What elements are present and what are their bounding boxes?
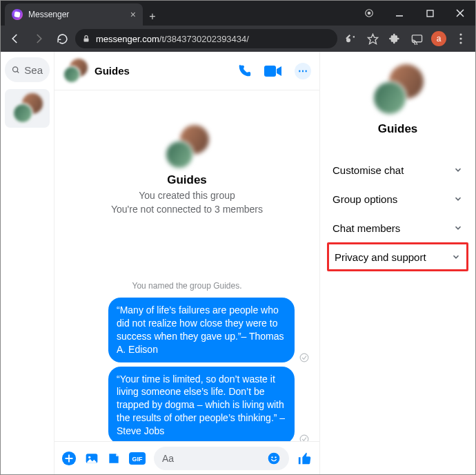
address-bar[interactable]: messenger.com/t/3843730202393434/ xyxy=(75,29,337,48)
chevron-down-icon xyxy=(453,194,463,204)
sticker-button[interactable] xyxy=(107,452,121,465)
section-chat-members[interactable]: Chat members xyxy=(327,213,468,242)
messenger-favicon xyxy=(12,9,23,20)
intro-line: You created this group xyxy=(64,190,310,201)
gif-button[interactable]: GIF xyxy=(129,452,146,465)
message-placeholder: Aa xyxy=(162,453,174,464)
tab-title: Messenger xyxy=(28,10,125,19)
svg-point-14 xyxy=(459,41,462,43)
svg-rect-11 xyxy=(412,35,422,41)
delivered-icon xyxy=(299,353,310,362)
sent-message-bubble[interactable]: “Your time is limited, so don’t waste it… xyxy=(108,367,295,441)
group-avatar xyxy=(165,125,209,169)
sent-message-bubble[interactable]: “Many of life’s failures are people who … xyxy=(108,298,295,362)
details-sections: Customise chat Group options Chat member… xyxy=(327,155,468,271)
conversation-header: Guides ⋯ xyxy=(54,52,319,90)
voice-call-button[interactable] xyxy=(237,63,252,79)
photo-button[interactable] xyxy=(85,452,99,465)
group-avatar xyxy=(373,64,424,115)
chevron-down-icon xyxy=(453,165,463,175)
open-actions-button[interactable] xyxy=(61,451,77,466)
window-controls xyxy=(354,1,475,26)
svg-point-30 xyxy=(275,456,276,458)
extensions-icon[interactable] xyxy=(384,28,405,49)
svg-rect-23 xyxy=(68,454,70,462)
lock-icon xyxy=(82,35,90,43)
maximize-button[interactable] xyxy=(415,1,445,26)
new-tab-button[interactable]: + xyxy=(143,10,162,26)
forward-button[interactable] xyxy=(28,28,49,49)
search-placeholder: Sea xyxy=(24,64,43,76)
section-label: Chat members xyxy=(333,222,400,234)
group-avatar xyxy=(63,59,88,84)
emoji-picker-button[interactable] xyxy=(267,452,281,465)
messenger-app: Sea Guides ⋯ Guides xyxy=(1,52,475,474)
message-row: “Your time is limited, so don’t waste it… xyxy=(64,367,310,441)
star-icon[interactable] xyxy=(362,28,383,49)
section-label: Customise chat xyxy=(333,164,404,176)
chevron-down-icon xyxy=(451,252,461,262)
section-label: Privacy and support xyxy=(335,251,426,263)
details-title: Guides xyxy=(378,122,418,136)
message-composer: GIF Aa xyxy=(54,441,319,474)
section-customise-chat[interactable]: Customise chat xyxy=(327,155,468,184)
section-group-options[interactable]: Group options xyxy=(327,184,468,213)
svg-rect-9 xyxy=(353,36,355,37)
browser-titlebar: Messenger × + xyxy=(1,1,475,26)
conversation-info-button[interactable]: ⋯ xyxy=(295,63,311,79)
svg-point-29 xyxy=(271,456,272,458)
conversation-intro: Guides You created this group You're not… xyxy=(64,125,310,215)
back-button[interactable] xyxy=(5,28,26,49)
browser-tab[interactable]: Messenger × xyxy=(5,3,143,26)
message-row: “Many of life’s failures are people who … xyxy=(64,298,310,362)
close-tab-icon[interactable]: × xyxy=(130,9,136,20)
close-window-button[interactable] xyxy=(445,1,475,26)
svg-point-19 xyxy=(300,353,308,362)
conversation-list-item[interactable] xyxy=(5,89,50,128)
svg-point-25 xyxy=(88,456,90,458)
message-input[interactable]: Aa xyxy=(154,447,289,470)
svg-marker-18 xyxy=(277,66,281,76)
search-icon xyxy=(12,65,20,75)
browser-toolbar: messenger.com/t/3843730202393434/ a xyxy=(1,26,475,52)
details-panel: Guides Customise chat Group options Chat… xyxy=(320,52,475,474)
conversation-body: Guides You created this group You're not… xyxy=(54,90,319,441)
conversation-title: Guides xyxy=(95,65,130,77)
svg-marker-10 xyxy=(368,34,377,43)
incognito-or-account-icon[interactable] xyxy=(354,1,384,26)
svg-line-16 xyxy=(17,71,19,73)
like-button[interactable] xyxy=(297,451,313,466)
svg-point-28 xyxy=(268,452,280,464)
svg-point-1 xyxy=(368,12,370,14)
video-call-button[interactable] xyxy=(264,63,282,79)
svg-point-12 xyxy=(459,33,462,35)
menu-button[interactable] xyxy=(450,28,471,49)
svg-rect-6 xyxy=(84,39,89,42)
conversation-list-column: Sea xyxy=(1,52,54,474)
delivered-icon xyxy=(299,434,310,441)
svg-point-15 xyxy=(13,66,18,71)
svg-rect-3 xyxy=(427,10,433,17)
svg-rect-17 xyxy=(264,66,276,77)
reload-button[interactable] xyxy=(52,28,72,49)
group-avatar xyxy=(12,93,43,124)
chevron-down-icon xyxy=(453,223,463,233)
svg-text:GIF: GIF xyxy=(132,456,143,463)
section-label: Group options xyxy=(333,193,397,205)
system-message: You named the group Guides. xyxy=(64,281,310,291)
search-input[interactable]: Sea xyxy=(5,57,50,82)
intro-line: You're not connected to 3 members xyxy=(64,204,310,215)
section-privacy-and-support[interactable]: Privacy and support xyxy=(327,242,468,271)
minimize-button[interactable] xyxy=(384,1,415,26)
profile-button[interactable]: a xyxy=(428,28,449,49)
conversation-column: Guides ⋯ Guides You created this group Y… xyxy=(54,52,320,474)
cast-icon[interactable] xyxy=(406,28,427,49)
svg-point-13 xyxy=(459,37,462,39)
url-text: messenger.com/t/3843730202393434/ xyxy=(96,34,249,44)
key-icon[interactable] xyxy=(340,28,361,49)
intro-title: Guides xyxy=(64,173,310,187)
